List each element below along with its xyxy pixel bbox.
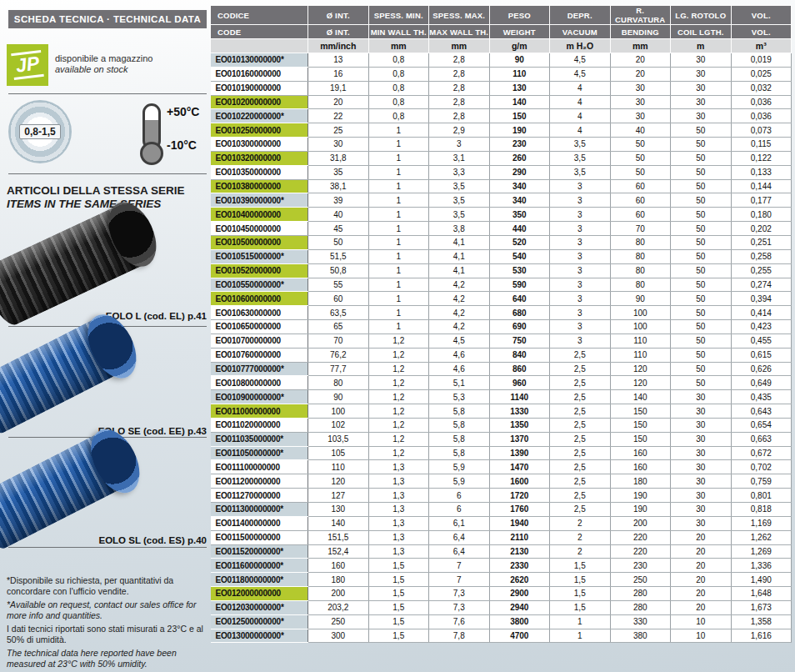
value-cell: 1	[368, 208, 429, 222]
value-cell: 150	[610, 404, 671, 419]
value-cell: 0,801	[731, 489, 792, 503]
value-cell: 30	[610, 81, 671, 95]
value-cell: 38,1	[308, 179, 369, 193]
value-cell: 127	[308, 489, 369, 503]
value-cell: 2,5	[550, 489, 611, 503]
value-cell: 50	[671, 348, 732, 362]
product-code-cell: EO010390000000*	[211, 193, 308, 208]
value-cell: 180	[308, 573, 369, 587]
value-cell: 1,336	[731, 559, 792, 573]
value-cell: 280	[610, 600, 671, 614]
value-cell: 1	[368, 320, 429, 334]
value-cell: 2110	[489, 530, 550, 544]
product-code-cell: EO011050000000*	[211, 446, 308, 460]
value-cell: 3	[550, 235, 611, 249]
product-code-cell: EO010130000000*	[211, 53, 308, 68]
product-code-cell: EO011400000000	[211, 516, 308, 530]
product-code-cell: EO010600000000	[211, 292, 308, 306]
value-cell: 3	[550, 208, 611, 222]
value-cell: 30	[610, 95, 671, 109]
value-cell: 3,1	[429, 151, 490, 165]
table-row: EO010800000000801,25,19602,5120500,649	[211, 376, 792, 390]
value-cell: 30	[671, 81, 732, 95]
value-cell: 0,643	[731, 404, 792, 419]
value-cell: 0,180	[731, 208, 792, 222]
value-cell: 0,818	[731, 503, 792, 517]
product-code-cell: EO010500000000	[211, 235, 308, 249]
value-cell: 2,5	[550, 418, 611, 432]
value-cell: 1,2	[368, 348, 429, 362]
value-cell: 60	[610, 179, 671, 193]
value-cell: 5,8	[429, 432, 490, 446]
value-cell: 0,414	[731, 306, 792, 320]
value-cell: 90	[610, 292, 671, 306]
value-cell: 1	[368, 179, 429, 193]
value-cell: 63,5	[308, 306, 369, 320]
value-cell: 2,5	[550, 404, 611, 419]
value-cell: 3,5	[429, 193, 490, 208]
value-cell: 5,9	[429, 474, 490, 489]
product-code-cell: EO010550000000*	[211, 278, 308, 292]
value-cell: 120	[610, 362, 671, 376]
value-cell: 4,1	[429, 263, 490, 278]
value-cell: 3	[550, 263, 611, 278]
table-body: EO010130000000*130,82,8904,520300,019EO0…	[211, 53, 792, 643]
value-cell: 1,358	[731, 614, 792, 629]
value-cell: 40	[308, 208, 369, 222]
value-cell: 1	[368, 222, 429, 236]
value-cell: 1,648	[731, 587, 792, 601]
unit-cell: m³	[731, 39, 792, 53]
value-cell: 1140	[489, 390, 550, 404]
value-cell: 20	[308, 95, 369, 109]
value-cell: 0,8	[368, 95, 429, 109]
product-code-cell: EO010520000000	[211, 263, 308, 278]
value-cell: 22	[308, 109, 369, 123]
value-cell: 30	[671, 432, 732, 446]
value-cell: 0,423	[731, 320, 792, 334]
value-cell: 1,5	[368, 587, 429, 601]
product-code-cell: EO011020000000	[211, 418, 308, 432]
value-cell: 50	[671, 165, 732, 179]
value-cell: 190	[489, 123, 550, 138]
value-cell: 4,2	[429, 292, 490, 306]
col-header-volume: VOL.	[731, 25, 792, 39]
value-cell: 6	[429, 503, 490, 517]
product-code-cell: EO011600000000*	[211, 559, 308, 573]
table-row: EO010220000000*220,82,8150430300,036	[211, 109, 792, 123]
value-cell: 2,5	[550, 460, 611, 474]
value-cell: 50	[671, 138, 732, 152]
value-cell: 1370	[489, 432, 550, 446]
value-cell: 4	[550, 81, 611, 95]
value-cell: 1,3	[368, 460, 429, 474]
col-header-vacuum: VACUUM	[550, 25, 611, 39]
value-cell: 0,202	[731, 222, 792, 236]
table-row: EO01038000000038,113,5340360500,144	[211, 179, 792, 193]
table-row: EO010390000000*3913,5340360500,177	[211, 193, 792, 208]
value-cell: 2	[550, 530, 611, 544]
value-cell: 140	[308, 516, 369, 530]
value-cell: 3800	[489, 614, 550, 629]
stock-text-en: available on stock	[55, 64, 152, 75]
value-cell: 3	[550, 320, 611, 334]
value-cell: 1,5	[550, 573, 611, 587]
value-cell: 0,258	[731, 249, 792, 263]
value-cell: 50	[671, 208, 732, 222]
value-cell: 520	[489, 235, 550, 249]
value-cell: 20	[671, 530, 732, 544]
value-cell: 180	[610, 474, 671, 489]
table-units-row: mm/inch mm mm g/m m H₂O mm m m³	[211, 39, 792, 53]
value-cell: 220	[610, 530, 671, 544]
value-cell: 25	[308, 123, 369, 138]
table-row: EO011500000000151,51,36,421102220201,262	[211, 530, 792, 544]
value-cell: 45	[308, 222, 369, 236]
value-cell: 150	[610, 418, 671, 432]
value-cell: 50	[671, 263, 732, 278]
value-cell: 2,8	[429, 109, 490, 123]
value-cell: 30	[671, 503, 732, 517]
value-cell: 1470	[489, 460, 550, 474]
value-cell: 100	[308, 404, 369, 419]
value-cell: 3,5	[550, 165, 611, 179]
value-cell: 152,4	[308, 544, 369, 559]
footnote-availability-en: *Available on request, contact our sales…	[7, 599, 205, 621]
table-row: EO010160000000160,82,81104,520300,025	[211, 67, 792, 81]
